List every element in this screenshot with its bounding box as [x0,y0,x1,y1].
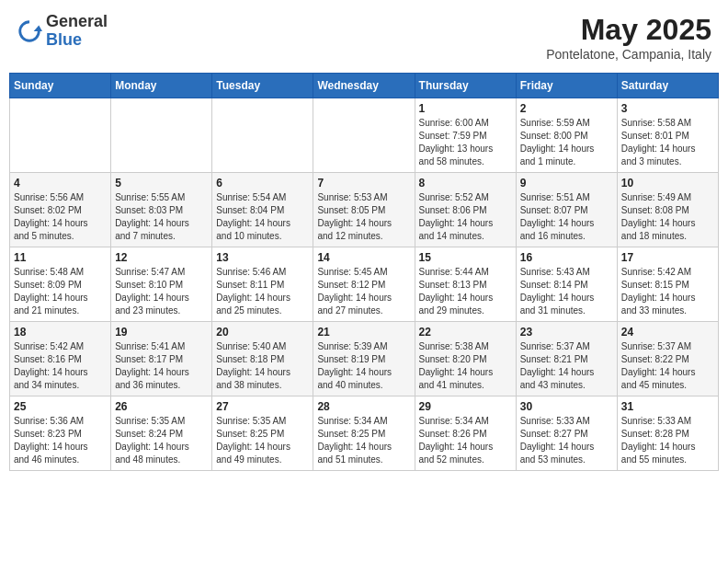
day-info: Sunrise: 5:38 AM Sunset: 8:20 PM Dayligh… [419,340,512,392]
day-info: Sunrise: 5:33 AM Sunset: 8:27 PM Dayligh… [520,415,613,466]
day-number: 25 [14,400,107,413]
calendar-cell: 24Sunrise: 5:37 AM Sunset: 8:22 PM Dayli… [617,322,718,396]
logo-icon [17,18,42,44]
day-number: 16 [520,251,613,264]
calendar-cell [10,98,111,173]
day-info: Sunrise: 5:51 AM Sunset: 8:07 PM Dayligh… [520,191,613,243]
calendar-subtitle: Pontelatone, Campania, Italy [546,47,711,62]
calendar-cell: 11Sunrise: 5:48 AM Sunset: 8:09 PM Dayli… [10,247,111,322]
day-info: Sunrise: 5:36 AM Sunset: 8:23 PM Dayligh… [14,415,107,466]
day-info: Sunrise: 5:34 AM Sunset: 8:25 PM Dayligh… [317,415,410,466]
weekday-row: SundayMondayTuesdayWednesdayThursdayFrid… [10,74,719,98]
day-info: Sunrise: 5:55 AM Sunset: 8:03 PM Dayligh… [115,191,208,243]
weekday-header: Tuesday [212,74,313,98]
calendar-cell: 12Sunrise: 5:47 AM Sunset: 8:10 PM Dayli… [111,247,212,322]
logo-blue-text: Blue [46,31,108,50]
day-number: 5 [115,177,208,190]
day-number: 24 [621,326,714,339]
day-number: 21 [317,326,410,339]
day-number: 22 [419,326,512,339]
day-info: Sunrise: 5:53 AM Sunset: 8:05 PM Dayligh… [317,191,410,243]
day-number: 1 [419,102,512,115]
logo-general-text: General [46,13,108,31]
day-number: 4 [14,177,107,190]
calendar-week-row: 11Sunrise: 5:48 AM Sunset: 8:09 PM Dayli… [10,247,719,322]
calendar-cell: 19Sunrise: 5:41 AM Sunset: 8:17 PM Dayli… [111,322,212,396]
weekday-header: Thursday [415,74,516,98]
calendar-cell: 3Sunrise: 5:58 AM Sunset: 8:01 PM Daylig… [617,98,718,173]
weekday-header: Saturday [617,74,718,98]
day-number: 9 [520,177,613,190]
day-number: 15 [419,251,512,264]
calendar-cell: 7Sunrise: 5:53 AM Sunset: 8:05 PM Daylig… [313,173,415,247]
day-number: 18 [14,326,107,339]
calendar-week-row: 25Sunrise: 5:36 AM Sunset: 8:23 PM Dayli… [10,396,719,471]
calendar-cell: 18Sunrise: 5:42 AM Sunset: 8:16 PM Dayli… [10,322,111,396]
title-block: May 2025 Pontelatone, Campania, Italy [546,13,711,62]
day-number: 26 [115,400,208,413]
calendar-cell: 26Sunrise: 5:35 AM Sunset: 8:24 PM Dayli… [111,396,212,471]
day-info: Sunrise: 5:41 AM Sunset: 8:17 PM Dayligh… [115,340,208,392]
day-info: Sunrise: 5:35 AM Sunset: 8:24 PM Dayligh… [115,415,208,466]
day-number: 29 [419,400,512,413]
day-info: Sunrise: 5:45 AM Sunset: 8:12 PM Dayligh… [317,266,410,317]
calendar-cell: 13Sunrise: 5:46 AM Sunset: 8:11 PM Dayli… [212,247,313,322]
calendar-cell: 17Sunrise: 5:42 AM Sunset: 8:15 PM Dayli… [617,247,718,322]
day-info: Sunrise: 5:47 AM Sunset: 8:10 PM Dayligh… [115,266,208,317]
calendar-cell: 14Sunrise: 5:45 AM Sunset: 8:12 PM Dayli… [313,247,415,322]
calendar-cell: 29Sunrise: 5:34 AM Sunset: 8:26 PM Dayli… [415,396,516,471]
calendar-week-row: 18Sunrise: 5:42 AM Sunset: 8:16 PM Dayli… [10,322,719,396]
calendar-cell [212,98,313,173]
day-number: 19 [115,326,208,339]
day-number: 10 [621,177,714,190]
day-number: 20 [216,326,309,339]
calendar-cell: 2Sunrise: 5:59 AM Sunset: 8:00 PM Daylig… [516,98,617,173]
calendar-cell: 28Sunrise: 5:34 AM Sunset: 8:25 PM Dayli… [313,396,415,471]
calendar-cell: 5Sunrise: 5:55 AM Sunset: 8:03 PM Daylig… [111,173,212,247]
day-info: Sunrise: 5:37 AM Sunset: 8:22 PM Dayligh… [621,340,714,392]
day-number: 23 [520,326,613,339]
day-info: Sunrise: 5:35 AM Sunset: 8:25 PM Dayligh… [216,415,309,466]
calendar-cell: 4Sunrise: 5:56 AM Sunset: 8:02 PM Daylig… [10,173,111,247]
day-number: 31 [621,400,714,413]
day-number: 12 [115,251,208,264]
calendar-cell: 9Sunrise: 5:51 AM Sunset: 8:07 PM Daylig… [516,173,617,247]
page-header: General Blue May 2025 Pontelatone, Campa… [9,9,719,65]
day-info: Sunrise: 5:43 AM Sunset: 8:14 PM Dayligh… [520,266,613,317]
calendar-cell: 8Sunrise: 5:52 AM Sunset: 8:06 PM Daylig… [415,173,516,247]
calendar-cell: 15Sunrise: 5:44 AM Sunset: 8:13 PM Dayli… [415,247,516,322]
calendar-week-row: 1Sunrise: 6:00 AM Sunset: 7:59 PM Daylig… [10,98,719,173]
calendar-cell: 22Sunrise: 5:38 AM Sunset: 8:20 PM Dayli… [415,322,516,396]
day-info: Sunrise: 5:34 AM Sunset: 8:26 PM Dayligh… [419,415,512,466]
calendar-cell: 25Sunrise: 5:36 AM Sunset: 8:23 PM Dayli… [10,396,111,471]
day-number: 6 [216,177,309,190]
svg-marker-0 [34,25,42,31]
calendar-header: SundayMondayTuesdayWednesdayThursdayFrid… [10,74,719,98]
weekday-header: Sunday [10,74,111,98]
day-info: Sunrise: 5:49 AM Sunset: 8:08 PM Dayligh… [621,191,714,243]
day-number: 14 [317,251,410,264]
calendar-body: 1Sunrise: 6:00 AM Sunset: 7:59 PM Daylig… [10,98,719,471]
calendar-cell: 6Sunrise: 5:54 AM Sunset: 8:04 PM Daylig… [212,173,313,247]
day-info: Sunrise: 6:00 AM Sunset: 7:59 PM Dayligh… [419,117,512,168]
calendar-cell [111,98,212,173]
day-info: Sunrise: 5:59 AM Sunset: 8:00 PM Dayligh… [520,117,613,168]
day-info: Sunrise: 5:44 AM Sunset: 8:13 PM Dayligh… [419,266,512,317]
day-info: Sunrise: 5:33 AM Sunset: 8:28 PM Dayligh… [621,415,714,466]
calendar-week-row: 4Sunrise: 5:56 AM Sunset: 8:02 PM Daylig… [10,173,719,247]
calendar-cell [313,98,415,173]
day-number: 11 [14,251,107,264]
weekday-header: Monday [111,74,212,98]
weekday-header: Friday [516,74,617,98]
calendar-cell: 10Sunrise: 5:49 AM Sunset: 8:08 PM Dayli… [617,173,718,247]
day-info: Sunrise: 5:56 AM Sunset: 8:02 PM Dayligh… [14,191,107,243]
day-info: Sunrise: 5:39 AM Sunset: 8:19 PM Dayligh… [317,340,410,392]
day-info: Sunrise: 5:58 AM Sunset: 8:01 PM Dayligh… [621,117,714,168]
calendar-cell: 31Sunrise: 5:33 AM Sunset: 8:28 PM Dayli… [617,396,718,471]
day-info: Sunrise: 5:48 AM Sunset: 8:09 PM Dayligh… [14,266,107,317]
day-number: 17 [621,251,714,264]
calendar-cell: 27Sunrise: 5:35 AM Sunset: 8:25 PM Dayli… [212,396,313,471]
calendar-cell: 30Sunrise: 5:33 AM Sunset: 8:27 PM Dayli… [516,396,617,471]
day-number: 8 [419,177,512,190]
day-info: Sunrise: 5:54 AM Sunset: 8:04 PM Dayligh… [216,191,309,243]
